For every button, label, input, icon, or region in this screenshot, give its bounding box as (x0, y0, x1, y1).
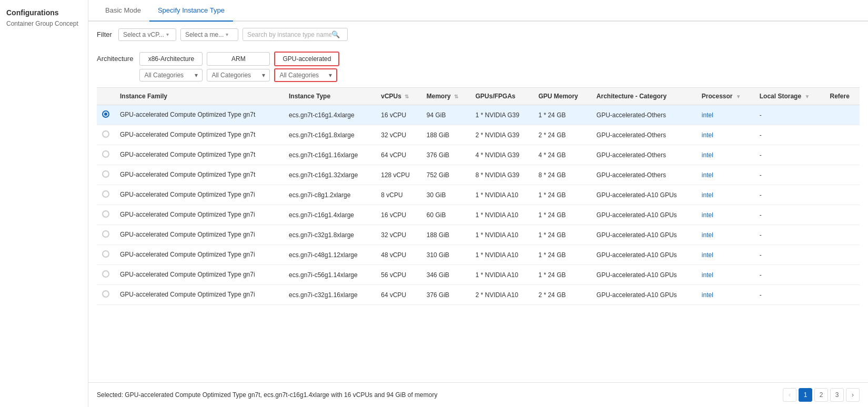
arch-btn-arm[interactable]: ARM (207, 52, 270, 66)
memory-filter-label: Select a me... (185, 31, 224, 38)
arch-cat-x86[interactable]: All Categories ▾ (139, 69, 203, 82)
row-radio-btn[interactable] (102, 170, 109, 178)
row-type: ecs.gn7t-c16g1.16xlarge (284, 145, 376, 165)
arch-cat-gpu-chevron: ▾ (329, 72, 332, 79)
row-radio-cell[interactable] (97, 185, 115, 205)
pagination-page-1[interactable]: 1 (799, 388, 812, 402)
row-radio-btn[interactable] (102, 150, 109, 158)
row-radio-btn[interactable] (102, 250, 109, 258)
row-memory: 346 GiB (421, 265, 470, 285)
vcpu-chevron-icon: ▾ (166, 32, 169, 37)
pagination-page-2[interactable]: 2 (814, 388, 828, 402)
row-family: GPU-accelerated Compute Optimized Type g… (115, 205, 284, 225)
row-vcpus: 56 vCPU (376, 265, 421, 285)
table-row[interactable]: GPU-accelerated Compute Optimized Type g… (97, 145, 860, 165)
pagination-next[interactable]: › (846, 388, 860, 402)
table-header-row: Instance Family Instance Type vCPUs ⇅ Me… (97, 88, 860, 105)
row-processor: intel (697, 225, 754, 245)
memory-filter[interactable]: Select a me... ▾ (180, 28, 238, 41)
row-radio-cell[interactable] (97, 125, 115, 145)
footer-status: Selected: GPU-accelerated Compute Optimi… (97, 391, 437, 399)
tab-basic-mode[interactable]: Basic Mode (97, 0, 149, 22)
row-radio-btn[interactable] (102, 130, 109, 138)
row-radio-btn[interactable] (102, 110, 109, 118)
row-gpus: 1 * NVIDIA A10 (470, 185, 533, 205)
vcpu-filter[interactable]: Select a vCP... ▾ (118, 28, 176, 41)
row-ref (825, 245, 860, 265)
row-type: ecs.gn7i-c8g1.2xlarge (284, 185, 376, 205)
row-type: ecs.gn7t-c16g1.32xlarge (284, 165, 376, 185)
table-row[interactable]: GPU-accelerated Compute Optimized Type g… (97, 225, 860, 245)
col-memory[interactable]: Memory ⇅ (421, 88, 470, 105)
table-row[interactable]: GPU-accelerated Compute Optimized Type g… (97, 265, 860, 285)
row-processor: intel (697, 205, 754, 225)
search-input[interactable] (247, 31, 331, 38)
row-memory: 188 GiB (421, 125, 470, 145)
row-local-storage: - (754, 225, 825, 245)
row-radio-cell[interactable] (97, 145, 115, 165)
row-radio-cell[interactable] (97, 225, 115, 245)
search-box[interactable]: 🔍 (243, 28, 348, 41)
row-radio-cell[interactable] (97, 265, 115, 285)
architecture-section: Architecture x86-Architecture ARM GPU-ac… (88, 47, 868, 87)
row-radio-cell[interactable] (97, 245, 115, 265)
arch-cat-gpu[interactable]: All Categories ▾ (274, 68, 337, 82)
row-processor: intel (697, 105, 754, 125)
table-body: GPU-accelerated Compute Optimized Type g… (97, 105, 860, 305)
row-processor: intel (697, 125, 754, 145)
table-row[interactable]: GPU-accelerated Compute Optimized Type g… (97, 125, 860, 145)
row-radio-cell[interactable] (97, 205, 115, 225)
row-radio-cell[interactable] (97, 165, 115, 185)
row-arch-cat: GPU-accelerated-A10 GPUs (591, 285, 697, 305)
table-row[interactable]: GPU-accelerated Compute Optimized Type g… (97, 245, 860, 265)
row-gpu-memory: 1 * 24 GB (533, 105, 591, 125)
row-arch-cat: GPU-accelerated-Others (591, 125, 697, 145)
row-vcpus: 32 vCPU (376, 225, 421, 245)
row-memory: 188 GiB (421, 225, 470, 245)
col-instance-family: Instance Family (115, 88, 284, 105)
row-gpus: 1 * NVIDIA A10 (470, 225, 533, 245)
table-row[interactable]: GPU-accelerated Compute Optimized Type g… (97, 205, 860, 225)
row-gpu-memory: 2 * 24 GB (533, 285, 591, 305)
row-radio-cell[interactable] (97, 105, 115, 125)
row-arch-cat: GPU-accelerated-Others (591, 165, 697, 185)
row-radio-btn[interactable] (102, 270, 109, 278)
col-local-storage[interactable]: Local Storage ▼ (754, 88, 825, 105)
col-vcpus[interactable]: vCPUs ⇅ (376, 88, 421, 105)
table-row[interactable]: GPU-accelerated Compute Optimized Type g… (97, 185, 860, 205)
table-row[interactable]: GPU-accelerated Compute Optimized Type g… (97, 285, 860, 305)
tab-specify-instance[interactable]: Specify Instance Type (149, 0, 233, 22)
table-row[interactable]: GPU-accelerated Compute Optimized Type g… (97, 165, 860, 185)
sidebar-title: Configurations (6, 8, 82, 17)
row-radio-btn[interactable] (102, 230, 109, 238)
row-local-storage: - (754, 245, 825, 265)
row-family: GPU-accelerated Compute Optimized Type g… (115, 185, 284, 205)
table-row[interactable]: GPU-accelerated Compute Optimized Type g… (97, 105, 860, 125)
row-family: GPU-accelerated Compute Optimized Type g… (115, 165, 284, 185)
row-vcpus: 128 vCPU (376, 165, 421, 185)
row-radio-cell[interactable] (97, 285, 115, 305)
arch-btn-x86[interactable]: x86-Architecture (139, 52, 203, 66)
row-gpus: 8 * NVIDIA G39 (470, 165, 533, 185)
tabs-bar: Basic Mode Specify Instance Type (88, 0, 868, 22)
arch-btn-gpu[interactable]: GPU-accelerated (274, 52, 339, 66)
row-ref (825, 125, 860, 145)
row-vcpus: 48 vCPU (376, 245, 421, 265)
arch-cat-arm[interactable]: All Categories ▾ (207, 69, 270, 82)
row-family: GPU-accelerated Compute Optimized Type g… (115, 285, 284, 305)
row-gpus: 1 * NVIDIA A10 (470, 245, 533, 265)
row-ref (825, 265, 860, 285)
arch-categories-row: All Categories ▾ All Categories ▾ All Ca… (139, 68, 339, 82)
col-processor[interactable]: Processor ▼ (697, 88, 754, 105)
pagination-page-3[interactable]: 3 (830, 388, 844, 402)
sidebar: Configurations Container Group Concept (0, 0, 88, 407)
row-family: GPU-accelerated Compute Optimized Type g… (115, 125, 284, 145)
pagination-prev[interactable]: ‹ (783, 388, 796, 402)
row-processor: intel (697, 185, 754, 205)
row-radio-btn[interactable] (102, 190, 109, 198)
row-processor: intel (697, 245, 754, 265)
row-vcpus: 64 vCPU (376, 145, 421, 165)
col-arch-cat: Architecture - Category (591, 88, 697, 105)
row-radio-btn[interactable] (102, 290, 109, 298)
row-radio-btn[interactable] (102, 210, 109, 218)
